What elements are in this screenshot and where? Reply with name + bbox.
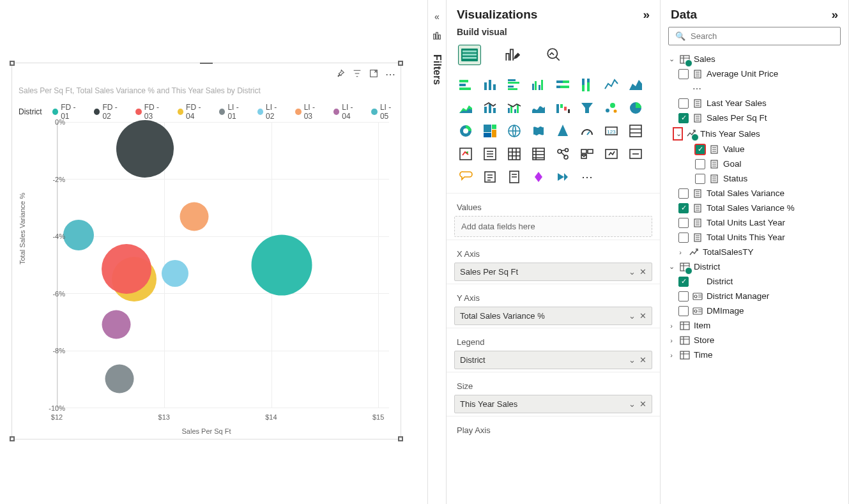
search-input[interactable]: 🔍 Search (668, 27, 841, 45)
field-totalsalesty[interactable]: › TotalSalesTY (664, 245, 845, 259)
viz-treemap-icon[interactable] (480, 122, 500, 140)
checkbox-checked[interactable]: ✓ (695, 144, 705, 155)
legend-item-label[interactable]: LI - 04 (342, 103, 362, 121)
build-visual-tab[interactable] (458, 45, 481, 65)
legend-item-label[interactable]: LI - 05 (380, 103, 401, 121)
viz-100-stacked-column-icon[interactable] (577, 76, 597, 94)
viz-clustered-column-icon[interactable] (529, 76, 548, 94)
viz-stacked-bar-icon[interactable] (456, 76, 475, 94)
viz-map-icon[interactable] (505, 122, 524, 140)
viz-paginated-report-icon[interactable] (505, 168, 524, 186)
legend-item-label[interactable]: LI - 01 (227, 103, 248, 121)
legend-item-label[interactable]: LI - 03 (304, 103, 325, 121)
viz-r-visual-icon[interactable] (553, 145, 572, 163)
viz-filled-map-icon[interactable] (529, 122, 548, 140)
chevron-down-icon[interactable]: ⌄ (629, 399, 636, 409)
caret-right-icon[interactable]: › (676, 248, 685, 256)
table-district[interactable]: ⌄ District (664, 259, 845, 274)
resize-handle[interactable] (398, 61, 403, 66)
field-more[interactable]: ⋯ (664, 81, 845, 96)
field-dmimage[interactable]: DMImage (664, 303, 845, 318)
values-well[interactable]: Add data fields here (454, 216, 652, 237)
bubble-li-05[interactable] (63, 220, 94, 250)
viz-gauge-icon[interactable] (577, 122, 597, 140)
drag-handle[interactable] (204, 61, 209, 66)
table-item[interactable]: › Item (664, 318, 845, 333)
viz-get-more-icon[interactable]: ⋯ (577, 168, 597, 186)
field-goal[interactable]: Goal (664, 157, 845, 171)
resize-handle[interactable] (398, 436, 403, 441)
viz-multi-row-card-icon[interactable] (626, 122, 645, 140)
viz-line-icon[interactable] (602, 76, 621, 94)
bubble-li-01[interactable] (105, 365, 134, 393)
viz-ribbon-icon[interactable] (529, 99, 548, 117)
caret-down-icon[interactable]: ⌄ (673, 128, 682, 140)
report-canvas[interactable]: ⋯ Sales Per Sq Ft, Total Sales Variance … (0, 0, 427, 504)
xaxis-field-pill[interactable]: Sales Per Sq Ft ⌄✕ (454, 263, 652, 281)
field-this-year-sales[interactable]: ⌄ This Year Sales (664, 125, 845, 142)
checkbox[interactable] (678, 291, 689, 302)
chevron-down-icon[interactable]: ⌄ (629, 355, 636, 365)
viz-stacked-column-icon[interactable] (480, 76, 500, 94)
remove-field-icon[interactable]: ✕ (639, 355, 646, 365)
checkbox[interactable] (678, 188, 689, 199)
field-status[interactable]: Status (664, 171, 845, 186)
field-value[interactable]: ✓ Value (664, 142, 845, 157)
viz-waterfall-icon[interactable] (553, 99, 572, 117)
caret-right-icon[interactable]: › (667, 322, 676, 330)
caret-down-icon[interactable]: ⌄ (667, 263, 676, 271)
format-visual-tab[interactable] (500, 45, 523, 65)
legend-item-label[interactable]: FD - 02 (102, 103, 126, 121)
viz-line-stacked-column-icon[interactable] (480, 99, 500, 117)
viz-pie-icon[interactable] (626, 99, 645, 117)
viz-kpi-icon[interactable] (456, 145, 475, 163)
viz-area-icon[interactable] (626, 76, 645, 94)
caret-down-icon[interactable]: ⌄ (667, 55, 676, 63)
viz-qa-icon[interactable] (456, 168, 475, 186)
scatter-chart-visual[interactable]: ⋯ Sales Per Sq Ft, Total Sales Variance … (11, 63, 401, 439)
viz-line-clustered-column-icon[interactable] (505, 99, 524, 117)
checkbox-checked[interactable]: ✓ (678, 113, 689, 123)
expand-filters-icon[interactable]: « (434, 11, 440, 22)
checkbox[interactable] (695, 174, 705, 184)
field-total-sales-variance[interactable]: Total Sales Variance (664, 186, 845, 201)
focus-mode-icon[interactable] (369, 68, 379, 80)
field-last-year-sales[interactable]: Last Year Sales (664, 96, 845, 111)
viz-power-automate-icon[interactable] (553, 168, 572, 186)
more-options-icon[interactable]: ⋯ (385, 68, 395, 80)
field-total-sales-variance-pct[interactable]: ✓ Total Sales Variance % (664, 201, 845, 215)
checkbox[interactable] (678, 218, 689, 228)
bubble-li-03[interactable] (180, 202, 209, 231)
collapse-data-pane-icon[interactable]: » (831, 8, 838, 22)
filter-icon[interactable] (352, 68, 362, 80)
chevron-down-icon[interactable]: ⌄ (629, 311, 636, 321)
bubble-fd-01[interactable] (252, 234, 312, 295)
checkbox[interactable] (678, 306, 689, 316)
resize-handle[interactable] (10, 61, 15, 66)
viz-clustered-bar-icon[interactable] (505, 76, 524, 94)
pin-icon[interactable] (335, 68, 346, 80)
viz-key-influencers-icon[interactable] (602, 145, 621, 163)
viz-table-icon[interactable] (505, 145, 524, 163)
viz-donut-icon[interactable] (456, 122, 475, 140)
viz-python-visual-icon[interactable] (577, 145, 597, 163)
legend-item-label[interactable]: LI - 02 (266, 103, 286, 121)
resize-handle[interactable] (10, 436, 15, 441)
checkbox[interactable] (678, 69, 689, 79)
viz-scatter-icon[interactable] (602, 99, 621, 117)
bubble-li-04[interactable] (102, 310, 130, 339)
viz-100-stacked-bar-icon[interactable] (553, 76, 572, 94)
bubble-fd-03[interactable] (102, 244, 151, 294)
checkbox-checked[interactable]: ✓ (678, 277, 689, 287)
viz-matrix-icon[interactable] (529, 145, 548, 163)
bubble-li-02[interactable] (162, 260, 188, 287)
viz-funnel-icon[interactable] (577, 99, 597, 117)
plot-area[interactable] (57, 122, 389, 408)
yaxis-field-pill[interactable]: Total Sales Variance % ⌄✕ (454, 307, 652, 325)
table-sales[interactable]: ⌄ Sales (664, 52, 845, 66)
checkbox-checked[interactable]: ✓ (678, 203, 689, 213)
checkbox[interactable] (678, 233, 689, 243)
field-district[interactable]: ✓ District (664, 274, 845, 289)
field-total-units-this-year[interactable]: Total Units This Year (664, 230, 845, 245)
field-district-manager[interactable]: District Manager (664, 289, 845, 303)
